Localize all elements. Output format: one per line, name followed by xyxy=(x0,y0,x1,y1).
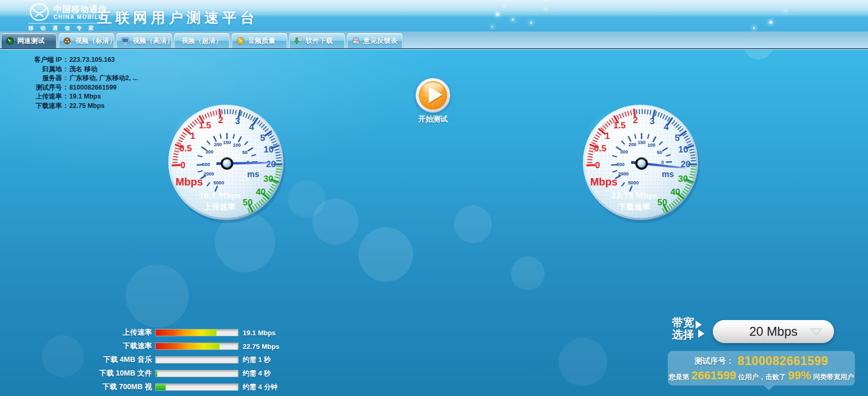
info-value: 223.73.105.163 xyxy=(69,56,115,65)
bokeh-circle xyxy=(312,199,359,245)
download-gauge: 00.511.523451020304050Mbps05010015020030… xyxy=(581,103,702,224)
svg-text:40: 40 xyxy=(670,187,680,197)
rank-percent: 99% xyxy=(788,369,811,382)
client-info-row: 上传速率:19.1 Mbps xyxy=(10,92,138,102)
sparkle xyxy=(512,19,514,20)
logo-slogan: 移动通信专家 xyxy=(28,23,107,32)
svg-text:150: 150 xyxy=(223,140,231,145)
progress-fill xyxy=(156,343,220,349)
tab-video-uhd[interactable]: 视频（超清） xyxy=(174,33,230,48)
download-icon xyxy=(294,37,302,45)
tab-bar: 网速测试视频（标清）视频（高清）视频（超清）音频质量软件下载意见反馈表 xyxy=(0,31,868,50)
play-icon xyxy=(415,77,451,114)
sparkle xyxy=(753,27,755,29)
svg-text:100: 100 xyxy=(233,142,241,148)
tab-label: 视频（高清） xyxy=(133,36,173,46)
svg-text:200: 200 xyxy=(214,142,222,147)
stat-label: 下载速率 xyxy=(68,342,152,351)
svg-text:1.5: 1.5 xyxy=(613,120,626,130)
tab-software-download[interactable]: 软件下载 xyxy=(289,33,345,48)
svg-text:500: 500 xyxy=(617,162,625,167)
tab-label: 视频（超清） xyxy=(181,36,222,46)
serial-label: 测试序号： xyxy=(695,356,734,365)
audio-disc-icon xyxy=(236,37,245,45)
info-value: 广东移动, 广东移动2, ... xyxy=(69,74,138,83)
stat-value: 19.1 Mbps xyxy=(243,329,276,337)
info-label: 归属地 xyxy=(10,65,62,74)
client-info-row: 客户端 IP:223.73.105.163 xyxy=(10,56,138,65)
svg-text:4: 4 xyxy=(249,122,254,132)
svg-text:2000: 2000 xyxy=(203,171,214,177)
svg-text:0: 0 xyxy=(180,160,185,170)
svg-text:50: 50 xyxy=(243,197,253,207)
svg-text:10: 10 xyxy=(264,145,274,155)
tab-feedback-form[interactable]: 意见反馈表 xyxy=(347,33,403,48)
progress-bar xyxy=(155,329,238,336)
sparkle xyxy=(545,8,546,9)
svg-text:20: 20 xyxy=(266,159,276,169)
svg-text:100: 100 xyxy=(647,142,655,148)
info-label: 客户端 IP xyxy=(10,56,62,65)
bandwidth-value: 20 Mbps xyxy=(749,324,797,338)
info-label: 服务器 xyxy=(10,74,62,83)
fax-icon xyxy=(352,37,360,45)
bokeh-circle xyxy=(359,227,413,282)
start-button-label: 开始测试 xyxy=(418,115,448,124)
tab-label: 网速测试 xyxy=(17,36,45,46)
svg-text:5: 5 xyxy=(260,133,265,143)
tab-audio-quality[interactable]: 音频质量 xyxy=(232,33,287,48)
info-separator: : xyxy=(62,56,69,65)
stat-value: 约需 1 秒 xyxy=(243,355,270,365)
bokeh-circle xyxy=(511,257,545,290)
stat-value: 约需 4 分钟 xyxy=(243,382,277,392)
sparkle xyxy=(769,21,772,24)
start-test-button[interactable]: 开始测试 xyxy=(414,77,452,124)
progress-bar xyxy=(155,383,238,391)
svg-text:下载速率: 下载速率 xyxy=(618,202,650,211)
svg-text:1: 1 xyxy=(605,131,610,141)
sparkle xyxy=(530,22,532,24)
client-info-row: 服务器:广东移动, 广东移动2, ... xyxy=(10,74,138,83)
bokeh-circle xyxy=(126,265,189,327)
sparkle xyxy=(492,26,493,27)
svg-text:50: 50 xyxy=(242,150,247,155)
upload-gauge: 00.511.523451020304050Mbps05010015020030… xyxy=(167,103,287,224)
svg-text:3: 3 xyxy=(650,116,655,126)
bokeh-circle xyxy=(559,338,607,386)
arrow-right-icon xyxy=(698,329,704,338)
stats-panel: 上传速率19.1 Mbps下载速率22.75 Mbps下载 4MB 音乐约需 1… xyxy=(68,326,279,394)
monitor-icon xyxy=(121,37,129,45)
film-reel-icon xyxy=(63,37,72,45)
svg-text:300: 300 xyxy=(205,149,213,155)
info-value: 8100082661599 xyxy=(69,83,116,93)
bandwidth-label: 带宽 选择 xyxy=(672,316,694,340)
tab-video-sd[interactable]: 视频（标清） xyxy=(59,33,114,48)
info-label: 下载速率 xyxy=(10,102,62,111)
client-info-panel: 客户端 IP:223.73.105.163归属地:茂名 移动服务器:广东移动, … xyxy=(10,56,138,111)
info-separator: : xyxy=(62,65,69,74)
progress-bar xyxy=(155,343,238,350)
tab-label: 软件下载 xyxy=(306,36,333,46)
stat-bar-row: 下载速率22.75 Mbps xyxy=(68,339,279,353)
svg-text:Mbps: Mbps xyxy=(176,176,203,188)
progress-bar xyxy=(155,356,238,364)
sparkle xyxy=(496,13,499,16)
svg-text:150: 150 xyxy=(637,140,645,145)
svg-text:5000: 5000 xyxy=(628,180,638,185)
chevron-down-icon xyxy=(809,328,823,336)
china-mobile-logo: 中国移动通信 CHINA MOBILE 移动通信专家 xyxy=(28,3,107,32)
bandwidth-select[interactable]: 20 Mbps xyxy=(713,320,834,343)
tab-label: 意见反馈表 xyxy=(363,36,397,46)
tab-video-hd[interactable]: 视频（高清） xyxy=(116,33,172,48)
svg-text:3: 3 xyxy=(235,116,240,126)
bokeh-circle xyxy=(454,205,492,243)
svg-text:50: 50 xyxy=(657,150,662,155)
sparkle xyxy=(785,10,786,12)
page-title: 互联网用户测速平台 xyxy=(97,8,258,27)
stat-label: 下载 10MB 文件 xyxy=(68,369,152,378)
svg-text:1.5: 1.5 xyxy=(199,120,211,130)
rank-prefix: 您是第 xyxy=(669,373,689,381)
svg-text:5000: 5000 xyxy=(213,180,224,185)
tab-speed-test[interactable]: 网速测试 xyxy=(1,33,57,48)
stat-label: 上传速率 xyxy=(68,328,152,337)
